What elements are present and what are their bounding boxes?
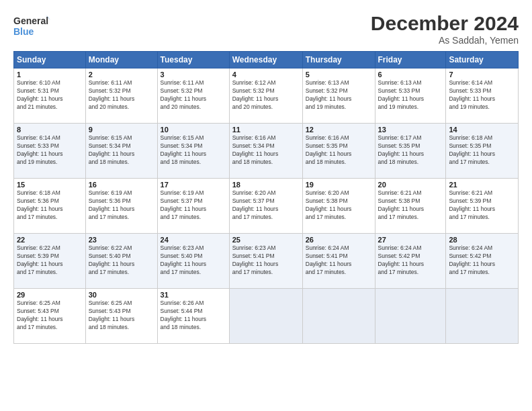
day-info: Sunrise: 6:22 AMSunset: 5:40 PMDaylight:… <box>89 244 154 277</box>
calendar-header-row: Sunday Monday Tuesday Wednesday Thursday… <box>14 52 519 68</box>
day-info: Sunrise: 6:17 AMSunset: 5:35 PMDaylight:… <box>378 134 443 167</box>
col-monday: Monday <box>85 52 157 68</box>
table-row: 12Sunrise: 6:16 AMSunset: 5:35 PMDayligh… <box>302 124 375 179</box>
day-number: 26 <box>306 236 372 244</box>
day-number: 28 <box>449 236 515 244</box>
day-info: Sunrise: 6:22 AMSunset: 5:39 PMDaylight:… <box>17 244 83 277</box>
day-number: 15 <box>17 181 83 189</box>
day-number: 11 <box>232 126 300 134</box>
header: General Blue December 2024 As Saddah, Ye… <box>13 12 519 46</box>
day-number: 1 <box>17 71 83 79</box>
table-row: 26Sunrise: 6:24 AMSunset: 5:41 PMDayligh… <box>302 234 375 289</box>
day-info: Sunrise: 6:26 AMSunset: 5:44 PMDaylight:… <box>161 300 226 332</box>
day-number: 7 <box>449 71 515 79</box>
col-thursday: Thursday <box>302 52 375 68</box>
table-row: 8Sunrise: 6:14 AMSunset: 5:33 PMDaylight… <box>14 124 86 179</box>
day-info: Sunrise: 6:11 AMSunset: 5:32 PMDaylight:… <box>89 79 154 111</box>
day-info: Sunrise: 6:20 AMSunset: 5:38 PMDaylight:… <box>306 189 372 222</box>
table-row: 17Sunrise: 6:19 AMSunset: 5:37 PMDayligh… <box>157 179 229 234</box>
calendar-week-5: 29Sunrise: 6:25 AMSunset: 5:43 PMDayligh… <box>14 289 519 344</box>
day-info: Sunrise: 6:24 AMSunset: 5:42 PMDaylight:… <box>378 244 443 277</box>
month-title: December 2024 <box>371 12 519 35</box>
table-row: 3Sunrise: 6:11 AMSunset: 5:32 PMDaylight… <box>157 68 229 124</box>
day-number: 10 <box>161 126 226 134</box>
table-row: 2Sunrise: 6:11 AMSunset: 5:32 PMDaylight… <box>85 68 157 124</box>
table-row: 28Sunrise: 6:24 AMSunset: 5:42 PMDayligh… <box>446 234 519 289</box>
svg-text:General: General <box>13 15 48 26</box>
table-row: 7Sunrise: 6:14 AMSunset: 5:33 PMDaylight… <box>446 68 519 124</box>
day-number: 16 <box>89 181 154 189</box>
day-number: 27 <box>378 236 443 244</box>
day-number: 3 <box>161 71 226 79</box>
day-number: 14 <box>449 126 515 134</box>
table-row <box>446 289 519 344</box>
calendar: Sunday Monday Tuesday Wednesday Thursday… <box>13 51 519 344</box>
table-row: 18Sunrise: 6:20 AMSunset: 5:37 PMDayligh… <box>229 179 302 234</box>
table-row: 14Sunrise: 6:18 AMSunset: 5:35 PMDayligh… <box>446 124 519 179</box>
table-row: 31Sunrise: 6:26 AMSunset: 5:44 PMDayligh… <box>157 289 229 344</box>
day-info: Sunrise: 6:18 AMSunset: 5:35 PMDaylight:… <box>449 134 515 167</box>
day-number: 8 <box>17 126 83 134</box>
day-info: Sunrise: 6:14 AMSunset: 5:33 PMDaylight:… <box>17 134 83 167</box>
day-info: Sunrise: 6:23 AMSunset: 5:40 PMDaylight:… <box>161 244 226 277</box>
day-info: Sunrise: 6:11 AMSunset: 5:32 PMDaylight:… <box>161 79 226 111</box>
col-wednesday: Wednesday <box>229 52 302 68</box>
title-block: December 2024 As Saddah, Yemen <box>371 12 519 46</box>
day-number: 21 <box>449 181 515 189</box>
day-info: Sunrise: 6:13 AMSunset: 5:32 PMDaylight:… <box>306 79 372 111</box>
day-number: 6 <box>378 71 443 79</box>
calendar-week-4: 22Sunrise: 6:22 AMSunset: 5:39 PMDayligh… <box>14 234 519 289</box>
day-info: Sunrise: 6:14 AMSunset: 5:33 PMDaylight:… <box>449 79 515 111</box>
table-row: 23Sunrise: 6:22 AMSunset: 5:40 PMDayligh… <box>85 234 157 289</box>
table-row: 27Sunrise: 6:24 AMSunset: 5:42 PMDayligh… <box>375 234 446 289</box>
day-info: Sunrise: 6:25 AMSunset: 5:43 PMDaylight:… <box>89 300 154 332</box>
table-row <box>302 289 375 344</box>
calendar-body: 1Sunrise: 6:10 AMSunset: 5:31 PMDaylight… <box>14 68 519 344</box>
day-number: 12 <box>306 126 372 134</box>
day-info: Sunrise: 6:12 AMSunset: 5:32 PMDaylight:… <box>232 79 300 111</box>
location: As Saddah, Yemen <box>371 35 519 46</box>
day-number: 9 <box>89 126 154 134</box>
day-info: Sunrise: 6:16 AMSunset: 5:35 PMDaylight:… <box>306 134 372 167</box>
day-info: Sunrise: 6:18 AMSunset: 5:36 PMDaylight:… <box>17 189 83 222</box>
day-info: Sunrise: 6:21 AMSunset: 5:38 PMDaylight:… <box>378 189 443 222</box>
table-row <box>229 289 302 344</box>
day-info: Sunrise: 6:19 AMSunset: 5:36 PMDaylight:… <box>89 189 154 222</box>
table-row: 20Sunrise: 6:21 AMSunset: 5:38 PMDayligh… <box>375 179 446 234</box>
day-info: Sunrise: 6:21 AMSunset: 5:39 PMDaylight:… <box>449 189 515 222</box>
day-info: Sunrise: 6:15 AMSunset: 5:34 PMDaylight:… <box>161 134 226 167</box>
day-number: 13 <box>378 126 443 134</box>
day-number: 22 <box>17 236 83 244</box>
day-number: 30 <box>89 291 154 299</box>
day-number: 24 <box>161 236 226 244</box>
day-info: Sunrise: 6:10 AMSunset: 5:31 PMDaylight:… <box>17 79 83 111</box>
day-number: 23 <box>89 236 154 244</box>
calendar-week-1: 1Sunrise: 6:10 AMSunset: 5:31 PMDaylight… <box>14 68 519 124</box>
table-row: 10Sunrise: 6:15 AMSunset: 5:34 PMDayligh… <box>157 124 229 179</box>
day-number: 29 <box>17 291 83 299</box>
table-row: 24Sunrise: 6:23 AMSunset: 5:40 PMDayligh… <box>157 234 229 289</box>
table-row: 16Sunrise: 6:19 AMSunset: 5:36 PMDayligh… <box>85 179 157 234</box>
day-info: Sunrise: 6:16 AMSunset: 5:34 PMDaylight:… <box>232 134 300 167</box>
day-number: 5 <box>306 71 372 79</box>
table-row: 29Sunrise: 6:25 AMSunset: 5:43 PMDayligh… <box>14 289 86 344</box>
table-row: 25Sunrise: 6:23 AMSunset: 5:41 PMDayligh… <box>229 234 302 289</box>
table-row: 11Sunrise: 6:16 AMSunset: 5:34 PMDayligh… <box>229 124 302 179</box>
col-saturday: Saturday <box>446 52 519 68</box>
day-info: Sunrise: 6:19 AMSunset: 5:37 PMDaylight:… <box>161 189 226 222</box>
logo: General Blue <box>13 12 50 42</box>
calendar-week-2: 8Sunrise: 6:14 AMSunset: 5:33 PMDaylight… <box>14 124 519 179</box>
table-row: 15Sunrise: 6:18 AMSunset: 5:36 PMDayligh… <box>14 179 86 234</box>
table-row: 1Sunrise: 6:10 AMSunset: 5:31 PMDaylight… <box>14 68 86 124</box>
col-sunday: Sunday <box>14 52 86 68</box>
table-row: 5Sunrise: 6:13 AMSunset: 5:32 PMDaylight… <box>302 68 375 124</box>
col-tuesday: Tuesday <box>157 52 229 68</box>
table-row: 19Sunrise: 6:20 AMSunset: 5:38 PMDayligh… <box>302 179 375 234</box>
day-number: 4 <box>232 71 300 79</box>
page: General Blue December 2024 As Saddah, Ye… <box>0 0 532 411</box>
day-info: Sunrise: 6:15 AMSunset: 5:34 PMDaylight:… <box>89 134 154 167</box>
day-info: Sunrise: 6:23 AMSunset: 5:41 PMDaylight:… <box>232 244 300 277</box>
day-number: 2 <box>89 71 154 79</box>
table-row: 9Sunrise: 6:15 AMSunset: 5:34 PMDaylight… <box>85 124 157 179</box>
day-number: 18 <box>232 181 300 189</box>
